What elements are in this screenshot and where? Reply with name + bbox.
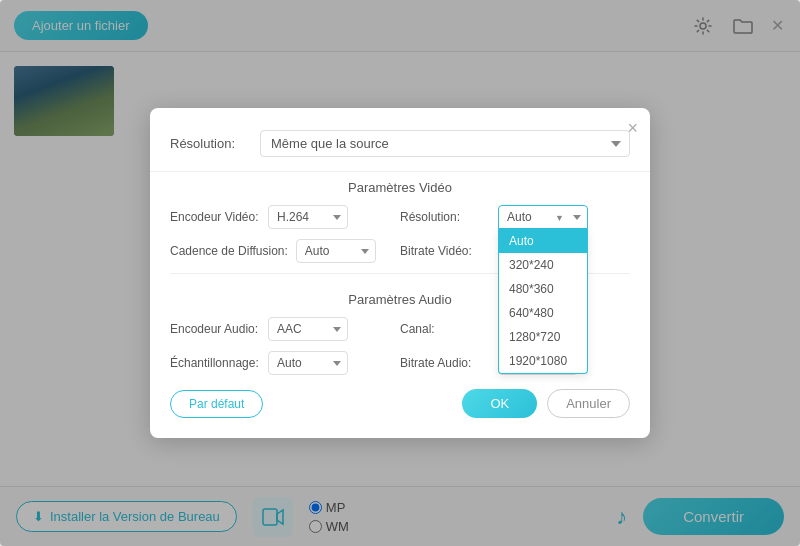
echantillonnage-select[interactable]: Auto [268, 351, 348, 375]
bitrate-video-label: Bitrate Vidéo: [400, 244, 490, 258]
encoder-video-row: Encodeur Vidéo: H.264 [170, 205, 400, 229]
dropdown-option-auto[interactable]: Auto [499, 229, 587, 253]
default-button[interactable]: Par défaut [170, 390, 263, 418]
canal-label: Canal: [400, 322, 490, 336]
resolution-current-value: Auto [507, 210, 532, 224]
resolution-field-row: Résolution: Auto ▼ Auto 320*240 480*360 … [400, 205, 630, 229]
resolution-dropdown-trigger[interactable]: Auto ▼ [498, 205, 588, 229]
app-window: Ajouter un fichier ✕ ⬇ Installer [0, 0, 800, 546]
dropdown-option-1280[interactable]: 1280*720 [499, 325, 587, 349]
video-section-header: Paramètres Vidéo [150, 172, 650, 205]
encoder-audio-row: Encodeur Audio: AAC [170, 317, 400, 341]
modal-actions: Par défaut OK Annuler [150, 375, 650, 418]
dropdown-option-480[interactable]: 480*360 [499, 277, 587, 301]
bitrate-audio-label: Bitrate Audio: [400, 356, 490, 370]
modal-close-button[interactable]: × [627, 118, 638, 139]
encoder-audio-select[interactable]: AAC [268, 317, 348, 341]
cadence-select[interactable]: Auto [296, 239, 376, 263]
action-buttons: OK Annuler [462, 389, 630, 418]
dropdown-option-1920[interactable]: 1920*1080 [499, 349, 587, 373]
resolution-dropdown-list: Auto 320*240 480*360 640*480 1280*720 19… [498, 229, 588, 374]
resolution-dropdown-container: Auto ▼ Auto 320*240 480*360 640*480 1280… [498, 205, 588, 229]
resolution-top-label: Résolution: [170, 136, 250, 151]
ok-button[interactable]: OK [462, 389, 537, 418]
resolution-field-label: Résolution: [400, 210, 490, 224]
video-form-grid: Encodeur Vidéo: H.264 Résolution: Auto ▼ [150, 205, 650, 263]
echantillonnage-row: Échantillonnage: Auto [170, 351, 400, 375]
cadence-label: Cadence de Diffusion: [170, 244, 288, 258]
encoder-video-select[interactable]: H.264 [268, 205, 348, 229]
settings-modal: × Résolution: Même que la source Paramèt… [150, 108, 650, 438]
dropdown-option-320[interactable]: 320*240 [499, 253, 587, 277]
resolution-row: Résolution: Même que la source [150, 124, 650, 172]
dropdown-option-640[interactable]: 640*480 [499, 301, 587, 325]
encoder-video-label: Encodeur Vidéo: [170, 210, 260, 224]
resolution-top-select[interactable]: Même que la source [260, 130, 630, 157]
modal-overlay: × Résolution: Même que la source Paramèt… [0, 0, 800, 546]
cancel-button[interactable]: Annuler [547, 389, 630, 418]
echantillonnage-label: Échantillonnage: [170, 356, 260, 370]
cadence-row: Cadence de Diffusion: Auto [170, 239, 400, 263]
encoder-audio-label: Encodeur Audio: [170, 322, 260, 336]
